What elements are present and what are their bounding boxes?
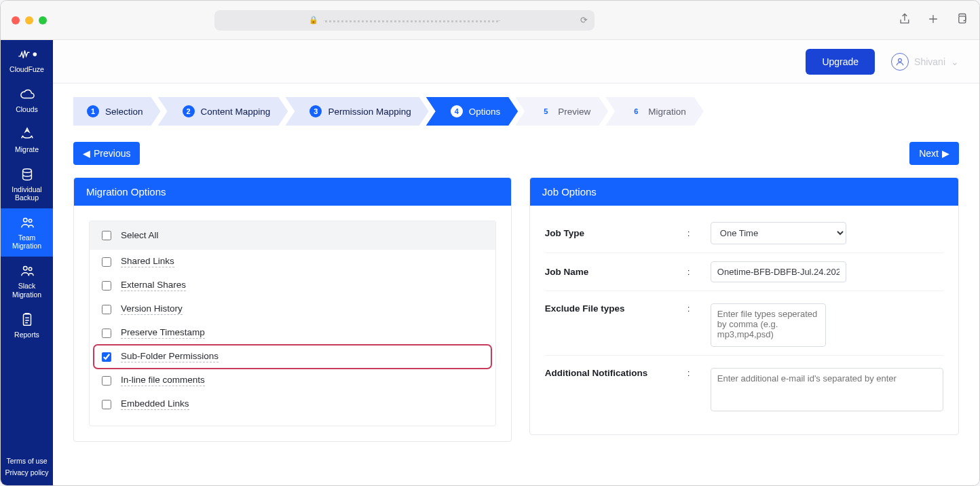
browser-window: 🔒 ⟳ CloudFuze Clouds [0, 0, 980, 486]
username-label: Shivani [914, 56, 945, 67]
step-number: 1 [87, 105, 99, 117]
sidebar-item-slack-migration[interactable]: Slack Migration [1, 257, 53, 305]
job-name-input[interactable] [711, 261, 846, 282]
svg-point-8 [899, 58, 902, 62]
lock-icon: 🔒 [309, 16, 318, 24]
traffic-lights [12, 16, 47, 24]
step-label: Content Mapping [201, 107, 271, 117]
step-label: Options [469, 107, 501, 117]
maximize-window-button[interactable] [39, 16, 47, 24]
colon: : [687, 228, 704, 238]
option-checkbox[interactable] [102, 257, 111, 267]
job-options-panel: Job Options Job Type : One Time Job Name [529, 177, 959, 435]
option-checkbox[interactable] [102, 305, 111, 314]
svg-rect-0 [959, 16, 966, 22]
tabs-icon[interactable] [955, 12, 968, 29]
notifications-row: Additional Notifications : [545, 356, 943, 419]
step-migration[interactable]: 6 Migration [605, 97, 704, 126]
chevron-left-icon: ◀ [83, 148, 90, 159]
option-label: Preserve Timestamp [121, 327, 205, 339]
field-label: Job Type [545, 228, 681, 238]
job-type-row: Job Type : One Time [545, 214, 943, 253]
step-number: 4 [451, 105, 463, 117]
sidebar-item-label: Individual Backup [3, 185, 50, 202]
panel-title: Job Options [530, 178, 958, 206]
close-window-button[interactable] [12, 16, 20, 24]
svg-point-5 [23, 267, 27, 271]
option-checkbox[interactable] [102, 376, 111, 386]
sidebar-item-reports[interactable]: Reports [1, 305, 53, 345]
step-permission-mapping[interactable]: 3 Permission Mapping [285, 97, 428, 126]
panels: Migration Options Select All Shared Link… [73, 177, 959, 442]
step-number: 5 [540, 105, 552, 117]
nav-row: ◀ Previous Next ▶ [73, 142, 959, 165]
user-menu[interactable]: Shivani ⌄ [891, 53, 959, 71]
sidebar-item-label: Slack Migration [3, 282, 50, 298]
sidebar-item-clouds[interactable]: Clouds [1, 80, 53, 120]
brand-label: CloudFuze [10, 65, 44, 73]
option-label: Embedded Links [121, 398, 189, 410]
step-number: 6 [630, 105, 642, 117]
sidebar-item-migrate[interactable]: Migrate [1, 120, 53, 160]
select-all-checkbox[interactable] [102, 231, 111, 240]
upgrade-button[interactable]: Upgrade [806, 49, 875, 75]
minimize-window-button[interactable] [25, 16, 33, 24]
exclude-types-input[interactable] [711, 303, 826, 347]
step-label: Permission Mapping [328, 107, 411, 117]
step-label: Migration [648, 107, 686, 117]
step-content-mapping[interactable]: 2 Content Mapping [158, 97, 288, 126]
privacy-link[interactable]: Privacy policy [2, 467, 52, 479]
job-type-select[interactable]: One Time [711, 222, 846, 244]
svg-point-6 [29, 267, 32, 271]
step-options[interactable]: 4 Options [426, 97, 519, 126]
option-row[interactable]: Version History [90, 297, 495, 321]
panel-title: Migration Options [74, 178, 511, 206]
option-label: External Shares [121, 280, 186, 291]
step-number: 2 [183, 105, 195, 117]
reload-icon[interactable]: ⟳ [580, 15, 588, 25]
step-label: Selection [105, 107, 143, 117]
sidebar-footer: Terms of use Privacy policy [1, 451, 53, 485]
step-selection[interactable]: 1 Selection [73, 97, 161, 126]
share-icon[interactable] [898, 12, 911, 29]
option-row[interactable]: In-line file comments [90, 369, 495, 392]
option-checkbox[interactable] [102, 281, 111, 291]
button-label: Next [919, 148, 939, 159]
sidebar: CloudFuze Clouds Migrate Individual Back… [1, 40, 53, 485]
option-row[interactable]: Preserve Timestamp [90, 321, 495, 345]
option-row-subfolder-permissions[interactable]: Sub-Folder Permissions [94, 345, 491, 369]
option-label: Version History [121, 303, 183, 315]
sidebar-item-individual-backup[interactable]: Individual Backup [1, 160, 53, 208]
options-list: Select All Shared Links External Shares [89, 221, 496, 426]
option-row[interactable]: Embedded Links [90, 392, 495, 416]
option-label: Sub-Folder Permissions [121, 351, 219, 362]
option-row[interactable]: Shared Links [90, 250, 495, 274]
sidebar-item-label: Clouds [16, 105, 38, 113]
option-checkbox[interactable] [102, 352, 111, 362]
step-number: 3 [309, 105, 322, 117]
option-row[interactable]: External Shares [90, 274, 495, 297]
exclude-types-row: Exclude File types : [545, 291, 943, 356]
field-label: Job Name [545, 267, 681, 277]
select-all-row[interactable]: Select All [90, 221, 495, 250]
next-button[interactable]: Next ▶ [909, 142, 959, 165]
new-tab-icon[interactable] [926, 12, 940, 29]
option-checkbox[interactable] [102, 400, 111, 409]
brand-logo[interactable]: CloudFuze [1, 40, 53, 80]
sidebar-item-team-migration[interactable]: Team Migration [1, 208, 53, 257]
step-preview[interactable]: 5 Preview [515, 97, 608, 126]
notifications-input[interactable] [711, 368, 943, 411]
content: 1 Selection 2 Content Mapping 3 Permissi… [53, 83, 979, 485]
terms-link[interactable]: Terms of use [2, 455, 52, 467]
field-label: Additional Notifications [545, 368, 681, 378]
sidebar-item-label: Reports [14, 331, 39, 339]
url-bar[interactable]: 🔒 ⟳ [214, 10, 595, 31]
option-label: In-line file comments [121, 375, 205, 386]
job-name-row: Job Name : [545, 253, 943, 291]
colon: : [687, 368, 704, 378]
wizard-steps: 1 Selection 2 Content Mapping 3 Permissi… [73, 97, 959, 126]
field-label: Exclude File types [545, 303, 681, 314]
option-checkbox[interactable] [102, 329, 111, 338]
browser-actions [898, 12, 968, 29]
previous-button[interactable]: ◀ Previous [73, 142, 140, 165]
